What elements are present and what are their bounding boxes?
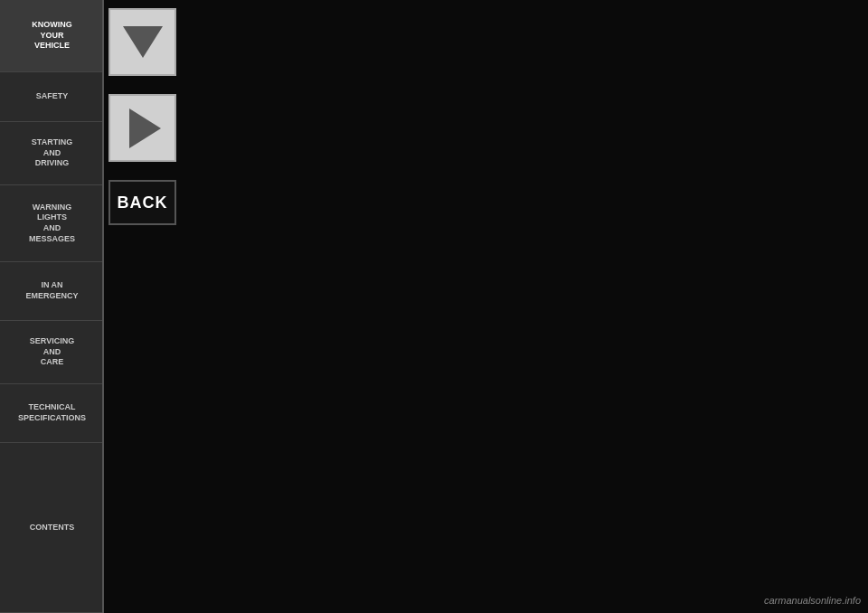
nav-buttons-container: BACK [108,5,176,225]
sidebar-item-warning-lights-and-messages[interactable]: WARNING LIGHTS AND MESSAGES [0,185,104,262]
sidebar-item-label: KNOWING YOUR VEHICLE [26,13,78,59]
next-button[interactable] [108,94,176,162]
next-icon [129,108,161,148]
sidebar-item-label: CONTENTS [24,515,80,541]
prev-button[interactable] [108,8,176,76]
sidebar-item-technical-specifications[interactable]: TECHNICAL SPECIFICATIONS [0,384,104,443]
sidebar-item-safety[interactable]: SAFETY [0,72,104,122]
sidebar-separator [102,0,104,613]
sidebar-item-label: SAFETY [31,84,74,109]
sidebar-item-label: IN AN EMERGENCY [20,273,83,308]
back-label: BACK [118,193,168,212]
sidebar-item-knowing-your-vehicle[interactable]: KNOWING YOUR VEHICLE [0,0,104,72]
sidebar-item-starting-and-driving[interactable]: STARTING AND DRIVING [0,122,104,185]
prev-icon [123,26,163,58]
back-button[interactable]: BACK [108,180,176,225]
sidebar-item-servicing-and-care[interactable]: SERVICING AND CARE [0,321,104,384]
sidebar-item-contents[interactable]: CONTENTS [0,443,104,613]
watermark-text: carmanualsonline.info [764,595,861,606]
sidebar: KNOWING YOUR VEHICLE SAFETY STARTING AND… [0,0,104,613]
sidebar-item-label: SERVICING AND CARE [24,329,80,375]
sidebar-item-label: TECHNICAL SPECIFICATIONS [13,395,91,430]
sidebar-item-label: STARTING AND DRIVING [26,130,78,176]
watermark: carmanualsonline.info [764,595,861,606]
main-content [104,0,868,613]
sidebar-item-in-an-emergency[interactable]: IN AN EMERGENCY [0,262,104,321]
sidebar-item-label: WARNING LIGHTS AND MESSAGES [24,195,80,252]
